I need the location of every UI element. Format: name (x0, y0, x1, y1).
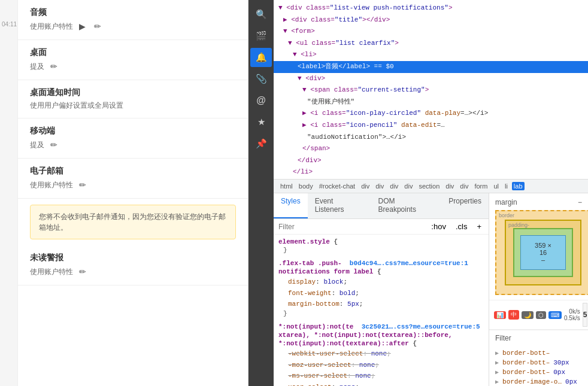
breadcrumb-div3[interactable]: div (388, 182, 400, 190)
movie-icon[interactable]: 🎬 (250, 26, 272, 45)
style-prop: margin-bottom: 5px; (278, 299, 484, 310)
box-model-props: ▶ border-bott– ▶ border-bott– 30px ▶ bor… (489, 346, 588, 386)
perf-icon-4: ⬡ (536, 311, 546, 319)
mobile-desc: 提及 ✏ (30, 139, 236, 151)
email-edit-btn[interactable]: ✏ (77, 179, 89, 191)
tab-event-listeners[interactable]: Event Listeners (308, 193, 371, 218)
dom-line: ▼ <span class="current-setting"> (274, 84, 588, 96)
settings-section-desktop-time: 桌面通知时间 使用用户偏好设置或全局设置 (18, 80, 248, 118)
dom-line: </li> (274, 166, 588, 178)
settings-panel: 音频 使用账户特性 ▶ ✏ 桌面 提及 ✏ 桌面通知时间 使用用户偏好 (18, 0, 248, 386)
breadcrumb-li[interactable]: li (503, 182, 510, 190)
box-border: padding- 359 × 16 – (505, 220, 581, 285)
dom-line: ▶ <div class="title"></div> (274, 14, 588, 26)
dom-line: ▼ <div> (274, 73, 588, 85)
search-icon[interactable]: 🔍 (250, 5, 272, 24)
desktop-time-desc: 使用用户偏好设置或全局设置 (30, 101, 236, 111)
breadcrumb-body[interactable]: body (297, 182, 315, 190)
settings-section-email: 电子邮箱 使用账户特性 ✏ (18, 159, 248, 199)
breadcrumb-div2[interactable]: div (374, 182, 386, 190)
desktop-desc: 提及 ✏ (30, 60, 236, 72)
breadcrumb-div4[interactable]: div (402, 182, 414, 190)
unread-desc: 使用账户特性 ✏ (30, 266, 236, 278)
styles-filter-input[interactable] (278, 223, 424, 231)
breadcrumb-div6[interactable]: div (458, 182, 470, 190)
style-prop-user-select: user-select: none; (278, 382, 484, 386)
style-prop-moz: -moz-user-select: none; (278, 360, 484, 371)
breadcrumb-div5[interactable]: div (444, 182, 456, 190)
style-block-flex-tab: .flex-tab .push- b0d4c94….css?me…esource… (278, 260, 484, 317)
style-prop: font-weight: bold; (278, 288, 484, 299)
filter-add-btn[interactable]: + (474, 221, 484, 232)
dom-line: "使用账户特性" (274, 96, 588, 108)
style-source-link2[interactable]: 3c25021….css?me…esource=true:5 (362, 323, 480, 330)
dom-line: </div> (274, 155, 588, 167)
breadcrumb-lab[interactable]: lab (512, 182, 525, 190)
breadcrumb-ul[interactable]: ul (492, 182, 501, 190)
style-prop-webkit: -webkit-user-select: none; (278, 348, 484, 360)
tab-styles[interactable]: Styles (274, 193, 308, 218)
box-prop-row: ▶ border-bott– (495, 348, 582, 358)
desktop-time-title: 桌面通知时间 (30, 87, 236, 98)
style-block-element: element.style { } (278, 238, 484, 254)
unread-title: 未读警报 (30, 253, 236, 263)
email-desc: 使用账户特性 ✏ (30, 179, 236, 191)
settings-section-unread: 未读警报 使用账户特性 ✏ (18, 245, 248, 285)
time-sidebar: 04:11 (0, 0, 18, 386)
box-model-header: margin − (495, 198, 582, 206)
bell-icon[interactable]: 🔔 (250, 48, 272, 67)
dom-line: "audioNotification">…</i> (274, 132, 588, 144)
dom-line: ▼ <form> (274, 26, 588, 38)
filter-hov-btn[interactable]: :hov (429, 221, 448, 232)
dom-line: ▶ <i class="icon-pencil" data-edit=… (274, 120, 588, 132)
box-prop-row: ▶ border-bott– 30px (495, 358, 582, 367)
unread-edit-btn[interactable]: ✏ (77, 266, 89, 278)
perf-icon-1: 📊 (494, 311, 506, 319)
icon-sidebar: 🔍 🎬 🔔 📎 @ ★ 📌 (248, 0, 274, 386)
at-icon[interactable]: @ (250, 91, 272, 110)
style-prop-ms: -ms-user-select: none; (278, 370, 484, 382)
style-prop: display: block; (278, 276, 484, 288)
box-prop-row: ▶ border-image-o… 0px (495, 377, 582, 386)
email-title: 电子邮箱 (30, 166, 236, 177)
box-margin: border padding- 359 × 16 – (495, 210, 588, 295)
audio-play-btn[interactable]: ▶ (77, 20, 88, 32)
styles-content[interactable]: element.style { } .flex-tab .push- b0d4c… (274, 235, 489, 386)
filter-cls-btn[interactable]: .cls (453, 221, 470, 232)
audio-edit-btn[interactable]: ✏ (92, 20, 104, 32)
time-label (0, 6, 17, 18)
breadcrumb-rocket-chat[interactable]: #rocket-chat (317, 182, 357, 190)
desktop-edit-btn[interactable]: ✏ (48, 60, 60, 72)
attachment-icon[interactable]: 📎 (250, 69, 272, 89)
perf-number: 5 (583, 303, 588, 327)
breadcrumb-html[interactable]: html (278, 182, 295, 190)
dom-line: ▶ <i class="icon-play-circled" data-play… (274, 108, 588, 120)
box-prop-row: ▶ border-bott– 0px (495, 367, 582, 377)
box-padding: 359 × 16 – (513, 228, 573, 277)
audio-title: 音频 (30, 7, 236, 18)
dom-line-highlighted[interactable]: <label>音频</label> == $0 (274, 61, 588, 73)
dom-tree[interactable]: ▼ <div class="list-view push-notificatio… (274, 0, 588, 180)
mobile-title: 移动端 (30, 126, 236, 136)
tab-properties[interactable]: Properties (441, 193, 489, 218)
mobile-edit-btn[interactable]: ✏ (48, 139, 60, 151)
styles-tabs: Styles Event Listeners DOM Breakpoints P… (274, 193, 489, 219)
box-model-filter: Filter (489, 330, 588, 346)
perf-icon-5: ⌨ (548, 311, 562, 319)
box-model-panel: margin − border padding- 359 × 16 – (489, 193, 588, 386)
style-block-not-input: *:not(input):not(te 3c25021….css?me…esou… (278, 323, 484, 386)
dom-line: </span> (274, 143, 588, 155)
breadcrumb-form[interactable]: form (472, 182, 489, 190)
breadcrumb-div1[interactable]: div (359, 182, 371, 190)
breadcrumb-section[interactable]: section (417, 182, 441, 190)
star-icon[interactable]: ★ (250, 113, 272, 132)
desktop-title: 桌面 (30, 47, 236, 58)
style-source-link1[interactable]: b0d4c94….css?me…esource=true:1 (350, 260, 468, 267)
pin-icon[interactable]: 📌 (250, 134, 272, 153)
breadcrumb: html body #rocket-chat div div div div s… (274, 180, 588, 193)
email-warning-box: 您将不会收到电子邮件通知，因为您还没有验证您的电子邮箱地址。 (30, 205, 236, 239)
time-label: 04:11 (0, 18, 17, 30)
tab-dom-breakpoints[interactable]: DOM Breakpoints (371, 193, 442, 218)
dom-line: ▼ <li> (274, 49, 588, 61)
settings-section-mobile: 移动端 提及 ✏ (18, 118, 248, 159)
